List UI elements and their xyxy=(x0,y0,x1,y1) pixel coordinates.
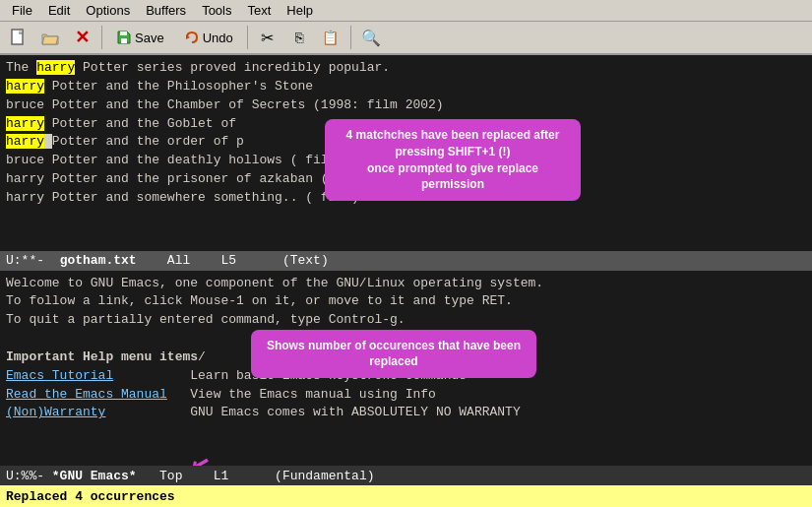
editor-line-1: The harry Potter series proved incredibl… xyxy=(6,59,806,78)
bottom-buffer-status: U:%%- *GNU Emacs* Top L1 ( Fundamental ) xyxy=(0,466,812,485)
tooltip-text-1: 4 matchches have been replaced after pre… xyxy=(346,128,560,191)
menu-file[interactable]: File xyxy=(4,1,40,20)
save-label: Save xyxy=(135,31,164,45)
separator-3 xyxy=(350,26,351,49)
top-buffer-filename: gotham.txt xyxy=(60,253,137,268)
top-buffer-mode-spacer: ( xyxy=(236,253,290,268)
menu-tools[interactable]: Tools xyxy=(194,1,239,20)
top-buffer-mode-close: ) xyxy=(321,253,329,268)
bottom-buffer-mode: Fundamental xyxy=(282,469,367,483)
menu-buffers[interactable]: Buffers xyxy=(138,1,194,20)
bottom-buffer[interactable]: Welcome to GNU Emacs, one component of t… xyxy=(0,271,812,467)
close-button[interactable]: ✕ xyxy=(67,24,96,51)
tooltip-occurrences-info: Shows number of occurences that have bee… xyxy=(251,330,536,379)
highlight-harry-1: harry xyxy=(36,60,75,75)
search-button[interactable]: 🔍 xyxy=(356,24,386,51)
highlight-harry-4: harry xyxy=(6,116,44,131)
separator-2 xyxy=(247,26,248,49)
bottom-line-link-2: Read the Emacs Manual View the Emacs man… xyxy=(6,386,806,405)
tooltip-replace-info: 4 matchches have been replaced after pre… xyxy=(325,119,581,201)
top-buffer-line xyxy=(190,253,220,268)
editor-line-2: harry Potter and the Philosopher's Stone xyxy=(6,78,806,96)
emacs-manual-link[interactable]: Read the Emacs Manual xyxy=(6,387,167,402)
arrow-indicator: ↙ xyxy=(187,439,216,466)
svg-rect-2 xyxy=(120,32,127,35)
bottom-buffer-pos: Top xyxy=(159,469,182,483)
highlight-harry-2: harry xyxy=(6,79,44,94)
copy-button[interactable]: ⎘ xyxy=(284,24,314,51)
editor-line-3: bruce Potter and the Chamber of Secrets … xyxy=(6,96,806,115)
bottom-line-1: Welcome to GNU Emacs, one component of t… xyxy=(6,275,806,293)
bottom-buffer-line xyxy=(182,469,213,483)
bottom-line-3: To quit a partially entered command, typ… xyxy=(6,311,806,330)
paste-button[interactable]: 📋 xyxy=(316,24,345,51)
top-buffer-spacer xyxy=(44,253,60,268)
bottom-status-indicator: U:%%- xyxy=(6,469,52,483)
undo-button[interactable]: Undo xyxy=(175,24,242,51)
undo-label: Undo xyxy=(203,31,233,45)
top-buffer[interactable]: The harry Potter series proved incredibl… xyxy=(0,55,812,251)
menu-bar: File Edit Options Buffers Tools Text Hel… xyxy=(0,0,812,22)
top-buffer-status: U:**- gotham.txt All L5 ( Text ) xyxy=(0,251,812,271)
cut-button[interactable]: ✂ xyxy=(253,24,282,51)
bottom-buffer-mode-open: ( xyxy=(228,469,282,483)
menu-options[interactable]: Options xyxy=(78,1,138,20)
highlight-harry-5: harry xyxy=(6,134,44,149)
new-file-button[interactable] xyxy=(4,24,33,51)
editor-container: The harry Potter series proved incredibl… xyxy=(0,55,812,507)
top-buffer-mode: Text xyxy=(290,253,321,268)
separator-1 xyxy=(101,26,102,49)
tooltip-text-2: Shows number of occurences that have bee… xyxy=(267,339,521,369)
top-buffer-all: All xyxy=(167,253,190,268)
mini-buffer: Replaced 4 occurrences xyxy=(0,485,812,507)
bottom-buffer-lineno: L1 xyxy=(214,469,229,483)
menu-edit[interactable]: Edit xyxy=(40,1,78,20)
cursor xyxy=(44,134,52,149)
menu-text[interactable]: Text xyxy=(239,1,279,20)
save-button[interactable]: Save xyxy=(107,24,173,51)
bottom-buffer-filename: *GNU Emacs* xyxy=(52,469,137,483)
open-file-button[interactable] xyxy=(35,24,65,51)
svg-rect-1 xyxy=(121,38,127,43)
bottom-line-link-3: (Non)Warranty GNU Emacs comes with ABSOL… xyxy=(6,404,806,422)
warranty-link[interactable]: (Non)Warranty xyxy=(6,405,105,419)
top-status-indicator: U:**- xyxy=(6,253,44,268)
toolbar: ✕ Save Undo ✂ ⎘ 📋 🔍 xyxy=(0,22,812,55)
bottom-buffer-mode-close: ) xyxy=(367,469,375,483)
bottom-buffer-spacer2 xyxy=(137,469,159,483)
bottom-line-2: To follow a link, click Mouse-1 on it, o… xyxy=(6,292,806,311)
mini-buffer-text: Replaced 4 occurrences xyxy=(6,489,175,504)
menu-help[interactable]: Help xyxy=(279,1,321,20)
emacs-tutorial-link[interactable]: Emacs Tutorial xyxy=(6,368,113,383)
top-buffer-pos xyxy=(137,253,167,268)
top-buffer-lineno: L5 xyxy=(220,253,236,268)
